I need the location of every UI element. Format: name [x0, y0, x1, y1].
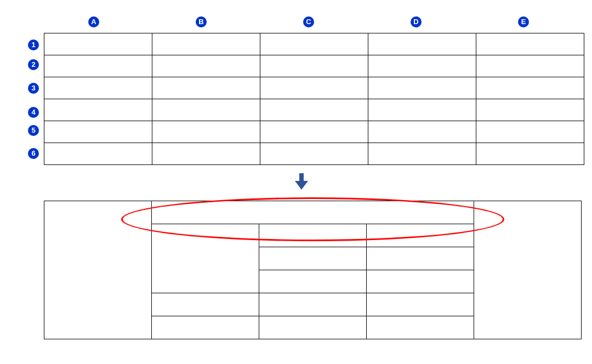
- top-cell: [44, 143, 152, 165]
- top-cell: [152, 143, 260, 165]
- top-cell: [260, 33, 368, 55]
- row-marker-5: 5: [28, 125, 39, 136]
- row-marker-4: 4: [28, 107, 39, 118]
- row-marker-1: 1: [28, 39, 39, 50]
- top-cell: [476, 33, 584, 55]
- top-cell: [152, 77, 260, 99]
- col-marker-A: A: [88, 16, 99, 27]
- cell-C5: [259, 293, 367, 316]
- top-cell: [260, 121, 368, 143]
- row-marker-2: 2: [28, 59, 39, 70]
- top-cell: [260, 77, 368, 99]
- top-cell: [260, 55, 368, 77]
- top-cell: [368, 77, 476, 99]
- top-cell: [260, 99, 368, 121]
- top-cell: [44, 99, 152, 121]
- cell-B6: [152, 316, 259, 339]
- top-cell: [368, 33, 476, 55]
- top-cell: [44, 77, 152, 99]
- col-marker-B: B: [196, 16, 207, 27]
- cell-D3: [367, 247, 474, 270]
- top-cell: [368, 143, 476, 165]
- top-cell: [44, 55, 152, 77]
- cell-B5: [152, 293, 259, 316]
- top-cell: [152, 33, 260, 55]
- row-marker-3: 3: [28, 83, 39, 94]
- top-cell: [44, 121, 152, 143]
- top-cell: [368, 55, 476, 77]
- top-cell: [152, 99, 260, 121]
- top-cell: [476, 99, 584, 121]
- cell-C3: [259, 247, 367, 270]
- top-cell: [368, 121, 476, 143]
- top-cell: [152, 55, 260, 77]
- cell-D5: [367, 293, 474, 316]
- top-cell: [44, 33, 152, 55]
- col-marker-C: C: [303, 16, 314, 27]
- top-cell: [476, 77, 584, 99]
- top-cell: [368, 99, 476, 121]
- top-grid: [44, 33, 584, 165]
- cell-D4: [367, 270, 474, 293]
- cell-D6: [367, 316, 474, 339]
- top-cell: [476, 55, 584, 77]
- col-marker-D: D: [411, 16, 422, 27]
- diagram-canvas: A B C D E 1 2 3 4 5 6: [0, 0, 592, 364]
- arrow-down-icon: [295, 173, 308, 190]
- highlight-ellipse: [121, 197, 504, 241]
- cell-C4: [259, 270, 367, 293]
- top-cell: [152, 121, 260, 143]
- top-cell: [476, 143, 584, 165]
- top-cell: [476, 121, 584, 143]
- col-marker-E: E: [518, 16, 529, 27]
- cell-C6: [259, 316, 367, 339]
- top-cell: [260, 143, 368, 165]
- row-marker-6: 6: [28, 148, 39, 159]
